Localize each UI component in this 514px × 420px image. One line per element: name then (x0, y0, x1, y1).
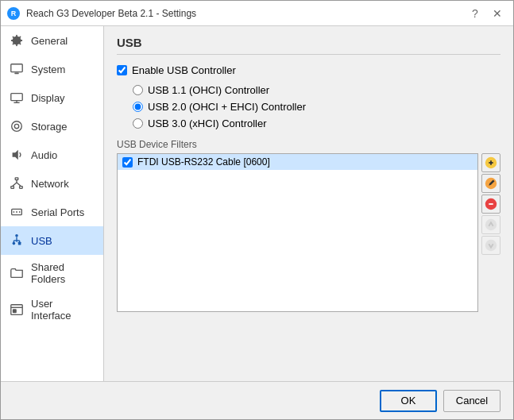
ui-icon (9, 302, 25, 318)
dialog-footer: OK Cancel (1, 381, 513, 419)
title-bar-controls: ? ✕ (466, 4, 507, 23)
svg-point-35 (485, 219, 497, 230)
svg-rect-28 (14, 310, 17, 313)
svg-rect-10 (11, 187, 14, 189)
move-up-button[interactable] (481, 215, 500, 234)
title-bar-left: R Reach G3 Developer Beta 2.1 - Settings (7, 7, 196, 20)
title-bar: R Reach G3 Developer Beta 2.1 - Settings… (1, 1, 513, 26)
usb11-radio[interactable] (133, 85, 143, 95)
svg-point-19 (15, 234, 18, 237)
enable-usb-checkbox[interactable] (117, 65, 127, 75)
sidebar-label-general: General (31, 35, 68, 47)
monitor-icon (9, 61, 25, 77)
usb20-row: USB 2.0 (OHCI + EHCI) Controller (133, 101, 500, 113)
filter-item-label: FTDI USB-RS232 Cable [0600] (137, 156, 270, 168)
svg-point-36 (485, 240, 497, 251)
filter-actions (481, 153, 500, 312)
sidebar-label-storage: Storage (31, 121, 68, 133)
settings-dialog: R Reach G3 Developer Beta 2.1 - Settings… (0, 0, 514, 420)
add-filter-button[interactable] (481, 153, 500, 172)
serial-icon (9, 204, 25, 220)
sidebar-label-audio: Audio (31, 149, 57, 161)
svg-point-6 (12, 121, 22, 132)
sidebar-item-audio[interactable]: Audio (1, 141, 103, 169)
sidebar-item-usb[interactable]: USB (1, 226, 103, 255)
ok-button[interactable]: OK (380, 390, 437, 412)
usb30-radio[interactable] (133, 118, 143, 129)
storage-icon (9, 118, 25, 134)
sidebar-item-user-interface[interactable]: User Interface (1, 291, 103, 328)
dialog-body: General System (1, 26, 513, 381)
list-item[interactable]: FTDI USB-RS232 Cable [0600] (118, 154, 477, 170)
svg-point-7 (14, 124, 18, 128)
sidebar-label-user-interface: User Interface (31, 298, 95, 322)
content-area: USB Enable USB Controller USB 1.1 (OHCI)… (104, 26, 513, 381)
svg-line-14 (17, 183, 21, 187)
svg-point-23 (13, 242, 16, 245)
filter-item-checkbox[interactable] (122, 157, 133, 168)
sidebar-label-shared-folders: Shared Folders (31, 261, 95, 285)
usb20-radio[interactable] (133, 102, 143, 112)
filter-list[interactable]: FTDI USB-RS232 Cable [0600] (117, 153, 478, 312)
move-down-button[interactable] (481, 236, 500, 255)
sidebar: General System (1, 26, 104, 381)
svg-marker-8 (13, 150, 18, 160)
usb-radio-group: USB 1.1 (OHCI) Controller USB 2.0 (OHCI … (133, 84, 500, 129)
sidebar-item-general[interactable]: General (1, 26, 103, 55)
network-icon (9, 175, 25, 191)
app-icon: R (7, 7, 20, 20)
display-icon (9, 90, 25, 106)
filter-container: FTDI USB-RS232 Cable [0600] (117, 153, 500, 312)
filter-section: USB Device Filters FTDI USB-RS232 Cable … (117, 139, 500, 312)
sidebar-label-serial-ports: Serial Ports (31, 206, 84, 218)
audio-icon (9, 147, 25, 163)
sidebar-label-system: System (31, 64, 65, 75)
usb20-label[interactable]: USB 2.0 (OHCI + EHCI) Controller (148, 101, 306, 113)
sidebar-item-shared-folders[interactable]: Shared Folders (1, 255, 103, 291)
svg-rect-25 (18, 242, 21, 245)
remove-filter-button[interactable] (481, 195, 500, 214)
sidebar-label-display: Display (31, 92, 65, 104)
section-title: USB (117, 36, 500, 55)
sidebar-item-network[interactable]: Network (1, 169, 103, 198)
usb-icon (9, 233, 25, 249)
usb30-row: USB 3.0 (xHCI) Controller (133, 118, 500, 129)
usb30-label[interactable]: USB 3.0 (xHCI) Controller (148, 118, 267, 129)
usb11-label[interactable]: USB 1.1 (OHCI) Controller (148, 84, 269, 96)
svg-rect-2 (14, 73, 18, 75)
sidebar-label-network: Network (31, 178, 69, 190)
sidebar-label-usb: USB (31, 235, 52, 247)
sidebar-item-serial-ports[interactable]: Serial Ports (1, 198, 103, 226)
folder-icon (9, 265, 25, 281)
sidebar-item-system[interactable]: System (1, 55, 103, 83)
enable-usb-row: Enable USB Controller (117, 64, 500, 76)
enable-usb-label[interactable]: Enable USB Controller (132, 64, 236, 76)
app-title: Reach G3 Developer Beta 2.1 - Settings (26, 8, 196, 19)
edit-filter-button[interactable] (481, 174, 500, 193)
cancel-button[interactable]: Cancel (443, 390, 500, 412)
close-button[interactable]: ✕ (488, 4, 507, 23)
svg-rect-3 (11, 94, 22, 101)
help-button[interactable]: ? (466, 4, 485, 23)
svg-rect-1 (11, 64, 22, 72)
usb11-row: USB 1.1 (OHCI) Controller (133, 84, 500, 96)
svg-line-13 (13, 183, 17, 187)
svg-rect-11 (20, 187, 23, 189)
filter-label: USB Device Filters (117, 139, 500, 150)
svg-rect-9 (15, 178, 18, 180)
gear-icon (9, 33, 25, 48)
sidebar-item-storage[interactable]: Storage (1, 112, 103, 141)
sidebar-item-display[interactable]: Display (1, 83, 103, 112)
